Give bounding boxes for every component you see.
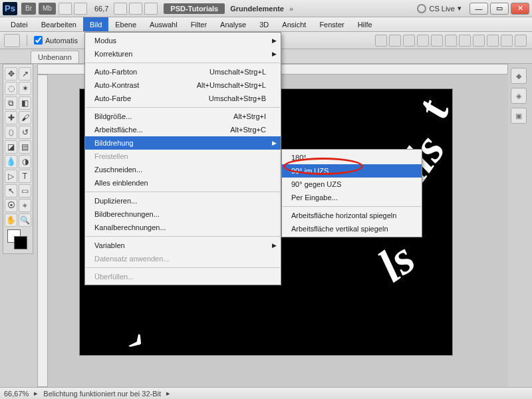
toolbox: ✥↗ ◌✶ ⧉◧ ✚🖌 ⬯↺ ◪▤ 💧◑ ▷T ↖▭ ⦿⌖ ✋🔍 — [3, 64, 33, 254]
menu-item[interactable]: Bildberechnungen... — [85, 207, 281, 221]
align-button[interactable] — [459, 35, 471, 47]
blur-tool[interactable]: 💧 — [5, 155, 17, 168]
brush-tool[interactable]: 🖌 — [19, 111, 31, 124]
doc-badge: PSD-Tutorials — [164, 3, 225, 14]
move-tool-alt[interactable]: ↗ — [19, 67, 31, 80]
zoom-tool[interactable]: 🔍 — [19, 213, 31, 227]
menu-fenster[interactable]: Fenster — [313, 17, 350, 31]
pen-tool[interactable]: ▷ — [5, 170, 17, 183]
zoom-button[interactable] — [129, 3, 142, 15]
rotate-view-button[interactable] — [144, 3, 158, 15]
ruler-vertical — [37, 74, 48, 387]
align-button[interactable] — [375, 35, 387, 47]
menu-hilfe[interactable]: Hilfe — [351, 17, 379, 31]
color-swatches[interactable] — [5, 228, 31, 251]
screen-mode-button[interactable] — [59, 3, 72, 15]
tool-preset-button[interactable] — [4, 34, 20, 47]
auto-checkbox-label: Automatis — [45, 37, 78, 45]
menu-item[interactable]: Variablen▶ — [85, 239, 281, 252]
panel-dock: ◆ ◈ ▣ — [511, 64, 529, 124]
align-button[interactable] — [389, 35, 401, 47]
menu-ansicht[interactable]: Ansicht — [275, 17, 313, 31]
menu-item[interactable]: Korrekturen▶ — [85, 47, 281, 61]
menu-item: Datensatz anwenden... — [85, 252, 281, 265]
menu-item[interactable]: Zuschneiden... — [85, 163, 281, 176]
align-button[interactable] — [473, 35, 485, 47]
menu-item[interactable]: Duplizieren... — [85, 194, 281, 207]
paths-panel-icon[interactable]: ▣ — [511, 108, 527, 124]
align-button[interactable] — [431, 35, 443, 47]
menu-bild: Modus▶Korrekturen▶Auto-FarbtonUmschalt+S… — [84, 32, 281, 285]
auto-checkbox[interactable]: Automatis — [34, 36, 78, 45]
status-zoom[interactable]: 66,67% — [4, 390, 29, 398]
menu-bearbeiten[interactable]: Bearbeiten — [35, 17, 83, 31]
wand-tool[interactable]: ✶ — [19, 82, 31, 95]
menu-item[interactable]: Modus▶ — [85, 34, 281, 47]
gradient-tool[interactable]: ▤ — [19, 140, 31, 154]
menu-bar: DateiBearbeitenBildEbeneAuswahlFilterAna… — [0, 17, 532, 32]
menu-bild[interactable]: Bild — [83, 17, 108, 31]
hand-button[interactable] — [114, 3, 127, 15]
menu-item: Freistellen — [85, 150, 281, 163]
minibridge-chip[interactable]: Mb — [39, 3, 56, 15]
hand-tool[interactable]: ✋ — [5, 213, 17, 227]
arrange-button[interactable] — [74, 3, 87, 15]
menu-item[interactable]: Arbeitsfläche horizontal spiegeln — [282, 209, 422, 222]
3d-tool[interactable]: ⦿ — [5, 199, 17, 212]
submenu-bilddrehung: 180°90° im UZS90° gegen UZSPer Eingabe..… — [281, 149, 422, 237]
minimize-button[interactable]: — — [469, 3, 488, 15]
menu-3d[interactable]: 3D — [253, 17, 275, 31]
menu-item[interactable]: Auto-KontrastAlt+Umschalt+Strg+L — [85, 78, 281, 92]
cslive-label: CS Live — [429, 5, 455, 13]
menu-auswahl[interactable]: Auswahl — [143, 17, 184, 31]
path-tool[interactable]: ↖ — [5, 184, 17, 198]
status-message: Belichtung funktioniert nur bei 32-Bit — [43, 390, 161, 398]
menu-item[interactable]: Arbeitsfläche vertikal spiegeln — [282, 222, 422, 235]
heal-tool[interactable]: ✚ — [5, 111, 17, 124]
menu-item[interactable]: Alles einblenden — [85, 176, 281, 190]
align-button[interactable] — [403, 35, 415, 47]
crop-tool[interactable]: ⧉ — [5, 96, 17, 110]
align-button[interactable] — [445, 35, 457, 47]
document-tab[interactable]: Unbenann — [31, 51, 79, 63]
menu-analyse[interactable]: Analyse — [213, 17, 253, 31]
zoom-readout[interactable]: 66,7 — [94, 5, 108, 13]
menu-item[interactable]: 180° — [282, 151, 422, 164]
bridge-chip[interactable]: Br — [21, 3, 36, 15]
align-button[interactable] — [417, 35, 429, 47]
align-button[interactable] — [515, 35, 527, 47]
menu-datei[interactable]: Datei — [4, 17, 35, 31]
eyedropper-tool[interactable]: ◧ — [19, 96, 31, 110]
menu-item[interactable]: Arbeitsfläche...Alt+Strg+C — [85, 123, 281, 136]
align-button[interactable] — [501, 35, 513, 47]
eraser-tool[interactable]: ◪ — [5, 140, 17, 154]
status-bar: 66,67% ▸ Belichtung funktioniert nur bei… — [0, 387, 532, 399]
stamp-tool[interactable]: ⬯ — [5, 126, 17, 139]
lasso-tool[interactable]: ◌ — [5, 82, 17, 95]
type-tool[interactable]: T — [19, 170, 31, 183]
close-button[interactable]: ✕ — [511, 3, 529, 15]
dodge-tool[interactable]: ◑ — [19, 155, 31, 168]
menu-ebene[interactable]: Ebene — [108, 17, 143, 31]
move-tool[interactable]: ✥ — [5, 67, 17, 80]
menu-item[interactable]: 90° gegen UZS — [282, 178, 422, 191]
menu-item[interactable]: Auto-FarbtonUmschalt+Strg+L — [85, 65, 281, 78]
cslive-button[interactable]: CS Live▾ — [417, 4, 462, 13]
menu-item[interactable]: Bildgröße...Alt+Strg+I — [85, 110, 281, 123]
menu-item: Überfüllen... — [85, 270, 281, 283]
channels-panel-icon[interactable]: ◈ — [511, 88, 527, 104]
menu-item[interactable]: Auto-FarbeUmschalt+Strg+B — [85, 92, 281, 105]
maximize-button[interactable]: ▭ — [490, 3, 509, 15]
menu-item[interactable]: Per Eingabe... — [282, 191, 422, 204]
history-brush-tool[interactable]: ↺ — [19, 126, 31, 139]
align-button[interactable] — [487, 35, 499, 47]
menu-item[interactable]: Kanalberechnungen... — [85, 221, 281, 234]
shape-tool[interactable]: ▭ — [19, 184, 31, 198]
chevrons-icon[interactable]: » — [289, 5, 293, 13]
menu-item[interactable]: 90° im UZS — [282, 164, 422, 178]
layers-panel-icon[interactable]: ◆ — [511, 68, 527, 84]
doc-name: Grundelemente — [230, 5, 284, 13]
menu-filter[interactable]: Filter — [184, 17, 213, 31]
menu-item[interactable]: Bilddrehung▶ — [85, 136, 281, 150]
3d-cam-tool[interactable]: ⌖ — [19, 199, 31, 212]
